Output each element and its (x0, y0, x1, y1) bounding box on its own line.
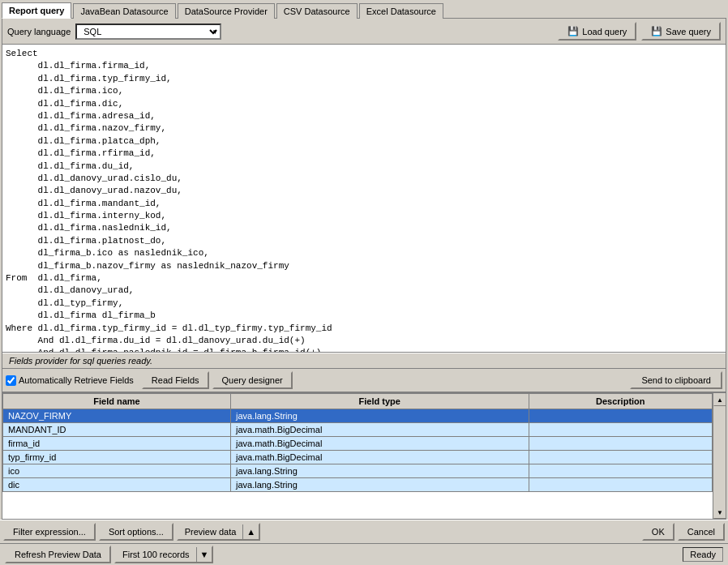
query-lang-select[interactable]: SQL (75, 24, 221, 40)
field-type-cell: java.math.BigDecimal (230, 451, 529, 464)
fields-table-container: Field name Field type Description NAZOV_… (2, 392, 726, 519)
read-fields-button[interactable]: Read Fields (142, 371, 209, 389)
action-bar: Automatically Retrieve Fields Read Field… (2, 369, 726, 392)
field-name-cell: MANDANT_ID (3, 423, 231, 437)
col-field-type: Field type (230, 394, 529, 409)
table-row[interactable]: firma_idjava.math.BigDecimal (3, 437, 713, 451)
main-window: Report query JavaBean Datasource DataSou… (0, 0, 728, 565)
field-name-cell: typ_firmy_id (3, 451, 231, 464)
preview-data-arrow[interactable]: ▲ (242, 524, 259, 539)
vertical-scrollbar[interactable]: ▲ ▼ (713, 393, 726, 519)
load-query-button[interactable]: 💾 Load query (558, 22, 636, 41)
filter-expression-button[interactable]: Filter expression... (3, 523, 96, 541)
tab-csv[interactable]: CSV Datasource (276, 3, 358, 19)
field-desc-cell (529, 437, 712, 451)
table-row[interactable]: MANDANT_IDjava.math.BigDecimal (3, 423, 713, 437)
table-row[interactable]: dicjava.lang.String (3, 478, 713, 492)
disk-save-icon: 💾 (651, 26, 662, 36)
cancel-button[interactable]: Cancel (678, 523, 725, 541)
preview-data-main[interactable]: Preview data (178, 524, 243, 539)
field-type-cell: java.math.BigDecimal (230, 437, 529, 451)
query-lang-row: Query language SQL 💾 Load query 💾 Save q… (2, 19, 726, 45)
field-type-cell: java.math.BigDecimal (230, 423, 529, 437)
records-label: First 100 records (116, 547, 196, 562)
field-desc-cell (529, 464, 712, 478)
scroll-down-btn[interactable]: ▼ (713, 506, 726, 519)
tab-datasource-provider[interactable]: DataSource Provider (178, 3, 275, 19)
status-bar: Fields provider for sql queries ready. (2, 353, 726, 369)
save-query-button[interactable]: 💾 Save query (641, 22, 721, 41)
field-type-cell: java.lang.String (230, 478, 529, 492)
disk-load-icon: 💾 (567, 26, 579, 36)
bottom-right-buttons: OK Cancel (642, 523, 725, 541)
auto-retrieve-checkbox[interactable] (6, 375, 16, 386)
send-to-clipboard-button[interactable]: Send to clipboard (630, 371, 722, 389)
sql-editor[interactable]: Select dl.dl_firma.firma_id, dl.dl_firma… (2, 45, 726, 353)
records-arrow-icon[interactable]: ▼ (196, 547, 212, 562)
query-designer-button[interactable]: Query designer (212, 371, 293, 389)
field-desc-cell (529, 423, 712, 437)
field-desc-cell (529, 409, 712, 423)
field-name-cell: NAZOV_FIRMY (3, 409, 231, 423)
bottom-toolbar: Filter expression... Sort options... Pre… (0, 520, 728, 543)
query-lang-label: Query language (7, 27, 71, 36)
field-type-cell: java.lang.String (230, 464, 529, 478)
scroll-up-btn[interactable]: ▲ (713, 393, 726, 406)
query-lang-select-wrapper: SQL (75, 24, 221, 40)
table-with-scroll: Field name Field type Description NAZOV_… (2, 393, 726, 519)
col-description: Description (529, 394, 712, 409)
tab-report-query[interactable]: Report query (2, 2, 71, 19)
table-header-row: Field name Field type Description (3, 394, 713, 409)
tab-bar: Report query JavaBean Datasource DataSou… (0, 0, 728, 18)
status-strip: Refresh Preview Data First 100 records ▼… (0, 543, 728, 565)
table-row[interactable]: icojava.lang.String (3, 464, 713, 478)
sort-options-button[interactable]: Sort options... (99, 523, 173, 541)
fields-table: Field name Field type Description NAZOV_… (2, 393, 713, 492)
field-name-cell: firma_id (3, 437, 231, 451)
auto-retrieve-label[interactable]: Automatically Retrieve Fields (6, 375, 134, 386)
ready-status: Ready (683, 547, 723, 562)
table-scroll[interactable]: Field name Field type Description NAZOV_… (2, 393, 713, 519)
field-name-cell: ico (3, 464, 231, 478)
tab-excel[interactable]: Excel Datasource (359, 3, 443, 19)
table-row[interactable]: typ_firmy_idjava.math.BigDecimal (3, 451, 713, 464)
field-desc-cell (529, 451, 712, 464)
records-dropdown[interactable]: First 100 records ▼ (114, 546, 213, 563)
preview-data-btn[interactable]: Preview data ▲ (177, 523, 260, 541)
field-name-cell: dic (3, 478, 231, 492)
main-content-panel: Query language SQL 💾 Load query 💾 Save q… (2, 18, 726, 520)
refresh-preview-button[interactable]: Refresh Preview Data (5, 546, 111, 563)
tab-javabean[interactable]: JavaBean Datasource (73, 3, 175, 19)
field-desc-cell (529, 478, 712, 492)
field-type-cell: java.lang.String (230, 409, 529, 423)
table-row[interactable]: NAZOV_FIRMYjava.lang.String (3, 409, 713, 423)
ok-button[interactable]: OK (642, 523, 674, 541)
col-field-name: Field name (3, 394, 231, 409)
